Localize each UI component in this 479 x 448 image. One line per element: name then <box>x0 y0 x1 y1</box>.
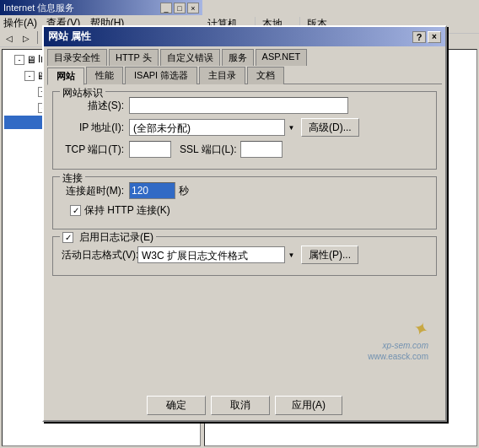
toolbar-btn-back[interactable]: ◁ <box>2 30 17 46</box>
timeout-row: 连接超时(M): 秒 <box>62 182 428 199</box>
timeout-input[interactable] <box>129 182 175 199</box>
apply-button[interactable]: 应用(A) <box>275 396 342 415</box>
log-enable-checkbox[interactable] <box>62 232 73 243</box>
tab-http-header[interactable]: HTTP 头 <box>109 49 159 66</box>
ip-dropdown-arrow[interactable]: ▼ <box>284 119 298 136</box>
iis-titlebar-buttons: _ □ × <box>160 3 199 13</box>
dialog-close-button[interactable]: × <box>428 31 441 43</box>
menu-item[interactable]: 操作(A) <box>3 17 37 29</box>
ip-dropdown-wrapper: (全部未分配) ▼ <box>129 119 298 136</box>
tab-website[interactable]: 网站 <box>47 67 84 85</box>
tab-row-1: 目录安全性 HTTP 头 自定义错误 服务 ASP.NET <box>47 49 442 65</box>
watermark-area: ✦ xp-sem.com www.easck.com <box>368 319 428 361</box>
keep-alive-checkbox[interactable] <box>70 205 81 216</box>
log-label: 启用日志记录(E) <box>79 230 153 245</box>
log-section-title: 启用日志记录(E) <box>60 230 156 245</box>
computer-icon: 🖥 <box>26 54 36 66</box>
dialog-content: 网站标识 描述(S): IP 地址(I): (全部未分配) ▼ 高级(D)... <box>44 84 445 289</box>
description-label: 描述(S): <box>62 99 129 113</box>
iis-maximize-btn[interactable]: □ <box>174 3 186 13</box>
connection-section: 连接 连接超时(M): 秒 保持 HTTP 连接(K) <box>52 176 437 229</box>
connection-label: 连接 <box>60 171 85 186</box>
description-input[interactable] <box>129 97 348 114</box>
expand-iis[interactable]: - <box>14 55 24 65</box>
ip-row: IP 地址(I): (全部未分配) ▼ 高级(D)... <box>62 118 428 137</box>
xpsem-star-icon: ✦ <box>410 317 432 343</box>
timeout-unit: 秒 <box>179 184 189 198</box>
log-format-dropdown-arrow[interactable]: ▼ <box>284 246 298 263</box>
tab-custom-errors[interactable]: 自定义错误 <box>160 49 220 66</box>
ip-dropdown[interactable]: (全部未分配) <box>129 119 298 136</box>
description-row: 描述(S): <box>62 97 428 114</box>
timeout-label: 连接超时(M): <box>62 184 129 198</box>
dialog-footer: 确定 取消 应用(A) <box>44 396 445 415</box>
iis-titlebar: Internet 信息服务 _ □ × <box>0 0 202 16</box>
ok-button[interactable]: 确定 <box>147 396 206 415</box>
tab-isapi[interactable]: ISAPI 筛选器 <box>125 67 197 84</box>
website-id-section: 网站标识 描述(S): IP 地址(I): (全部未分配) ▼ 高级(D)... <box>52 91 437 170</box>
log-format-label: 活动日志格式(V): <box>62 248 137 262</box>
log-format-dropdown[interactable]: W3C 扩展日志文件格式 <box>137 246 298 263</box>
tab-row-2: 网站 性能 ISAPI 筛选器 主目录 文档 <box>47 67 442 84</box>
log-format-dropdown-wrapper: W3C 扩展日志文件格式 ▼ <box>137 246 298 263</box>
tab-container: 目录安全性 HTTP 头 自定义错误 服务 ASP.NET 网站 性能 <box>44 46 445 84</box>
dialog-help-button[interactable]: ? <box>412 31 426 43</box>
dialog-titlebar: 网站 属性 ? × <box>44 27 445 46</box>
tcp-input[interactable] <box>129 141 171 158</box>
tab-service[interactable]: 服务 <box>222 49 254 66</box>
cancel-button[interactable]: 取消 <box>211 396 270 415</box>
iis-title: Internet 信息服务 <box>3 2 74 14</box>
advanced-button[interactable]: 高级(D)... <box>301 118 359 137</box>
dialog-title: 网站 属性 <box>48 30 91 44</box>
ssl-input[interactable] <box>240 141 283 158</box>
toolbar-btn-forward[interactable]: ▷ <box>19 30 34 46</box>
easck-text: www.easck.com <box>368 352 428 361</box>
iis-close-btn[interactable]: × <box>187 3 199 13</box>
tab-home-dir[interactable]: 主目录 <box>199 67 245 84</box>
log-format-row: 活动日志格式(V): W3C 扩展日志文件格式 ▼ 属性(P)... <box>62 246 428 264</box>
log-section: 启用日志记录(E) 活动日志格式(V): W3C 扩展日志文件格式 ▼ 属性(P… <box>52 236 437 276</box>
ip-label: IP 地址(I): <box>62 121 129 135</box>
tab-aspnet[interactable]: ASP.NET <box>256 49 308 66</box>
keep-alive-label: 保持 HTTP 连接(K) <box>84 203 170 218</box>
website-id-label: 网站标识 <box>60 86 105 100</box>
tab-performance[interactable]: 性能 <box>86 67 123 84</box>
toolbar-separator <box>37 31 38 44</box>
ssl-label: SSL 端口(L): <box>180 143 237 157</box>
log-properties-button[interactable]: 属性(P)... <box>301 246 358 264</box>
iis-minimize-btn[interactable]: _ <box>160 3 172 13</box>
xpsem-text: xp-sem.com <box>383 341 428 350</box>
tab-doc[interactable]: 文档 <box>247 67 284 84</box>
tcp-label: TCP 端口(T): <box>62 143 129 157</box>
tab-dir-security[interactable]: 目录安全性 <box>47 49 107 66</box>
keep-alive-row: 保持 HTTP 连接(K) <box>70 203 428 218</box>
website-properties-dialog: 网站 属性 ? × 目录安全性 HTTP 头 自定义错误 服务 ASP.NET <box>42 25 447 422</box>
expand-local[interactable]: - <box>24 71 35 81</box>
dialog-titlebar-buttons: ? × <box>412 31 441 43</box>
tcp-row: TCP 端口(T): SSL 端口(L): <box>62 141 428 158</box>
